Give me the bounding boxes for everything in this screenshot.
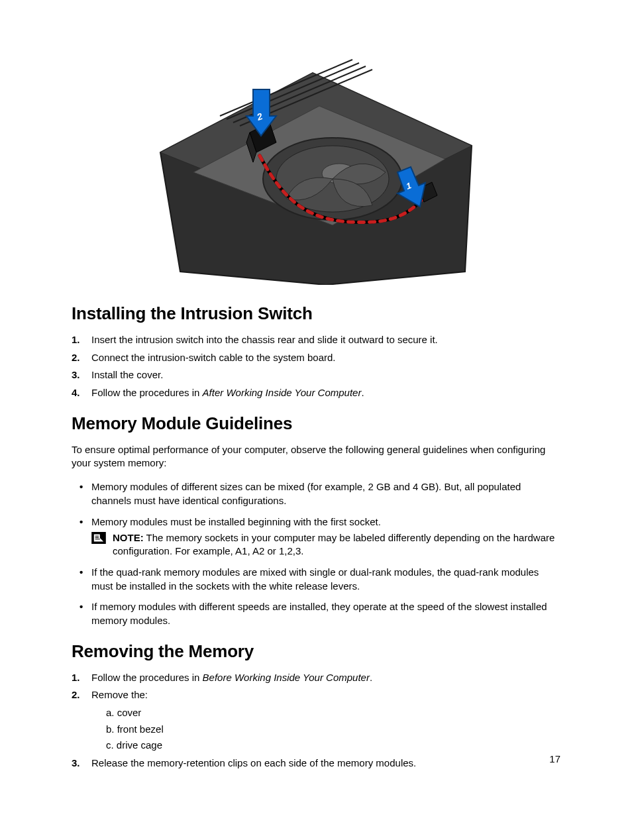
bullets-memory-guidelines: Memory modules of different sizes can be… [72, 480, 560, 628]
step: Follow the procedures in After Working I… [72, 386, 560, 400]
sublist-remove: a. cover b. front bezel c. drive cage [106, 706, 560, 753]
step: Remove the: a. cover b. front bezel c. d… [72, 688, 560, 753]
note-icon [91, 532, 106, 544]
bullet-item: If the quad-rank memory modules are mixe… [72, 565, 560, 594]
bullet-text: Memory modules must be installed beginni… [91, 516, 381, 527]
intro-memory-guidelines: To ensure optimal performance of your co… [72, 443, 560, 470]
page: 2 1 Installing the Intrusion Switch Inse… [0, 0, 632, 840]
note-block: NOTE: The memory sockets in your compute… [91, 531, 560, 558]
sublist-item: c. drive cage [106, 739, 560, 753]
step-text: Release the memory-retention clips on ea… [91, 757, 416, 768]
steps-removing-memory: Follow the procedures in Before Working … [72, 671, 560, 770]
step: Install the cover. [72, 368, 560, 382]
step-text: Connect the intrusion-switch cable to th… [91, 352, 336, 363]
step-text-part: Follow the procedures in [91, 672, 203, 683]
bullet-text: Memory modules of different sizes can be… [91, 481, 521, 506]
step-text-italic: After Working Inside Your Computer [203, 387, 362, 398]
step-text-part: . [361, 387, 364, 398]
heading-removing-memory: Removing the Memory [72, 641, 560, 662]
note-body: The memory sockets in your computer may … [113, 532, 554, 556]
bullet-item: Memory modules must be installed beginni… [72, 515, 560, 558]
page-number: 17 [549, 753, 560, 764]
step-text: Install the cover. [91, 369, 163, 380]
bullet-text: If the quad-rank memory modules are mixe… [91, 566, 539, 592]
step-text-part: Follow the procedures in [91, 387, 203, 398]
step-text-part: . [370, 672, 372, 683]
figure-svg: 2 1 [154, 53, 478, 285]
step: Insert the intrusion switch into the cha… [72, 333, 560, 347]
note-label: NOTE: [113, 532, 144, 543]
steps-installing-intrusion-switch: Insert the intrusion switch into the cha… [72, 333, 560, 400]
heading-memory-guidelines: Memory Module Guidelines [72, 413, 560, 434]
step-text: Insert the intrusion switch into the cha… [91, 334, 438, 345]
step: Connect the intrusion-switch cable to th… [72, 351, 560, 365]
bullet-item: If memory modules with different speeds … [72, 600, 560, 628]
sublist-item: b. front bezel [106, 723, 560, 737]
note-text: NOTE: The memory sockets in your compute… [113, 531, 558, 558]
heading-installing-intrusion-switch: Installing the Intrusion Switch [72, 303, 560, 324]
bullet-text: If memory modules with different speeds … [91, 601, 547, 626]
step-text-italic: Before Working Inside Your Computer [203, 672, 370, 683]
step-text: Remove the: [91, 689, 148, 700]
sublist-item: a. cover [106, 706, 560, 720]
step: Release the memory-retention clips on ea… [72, 757, 560, 770]
bullet-item: Memory modules of different sizes can be… [72, 480, 560, 508]
figure-intrusion-switch: 2 1 [154, 53, 478, 285]
step: Follow the procedures in Before Working … [72, 671, 560, 685]
